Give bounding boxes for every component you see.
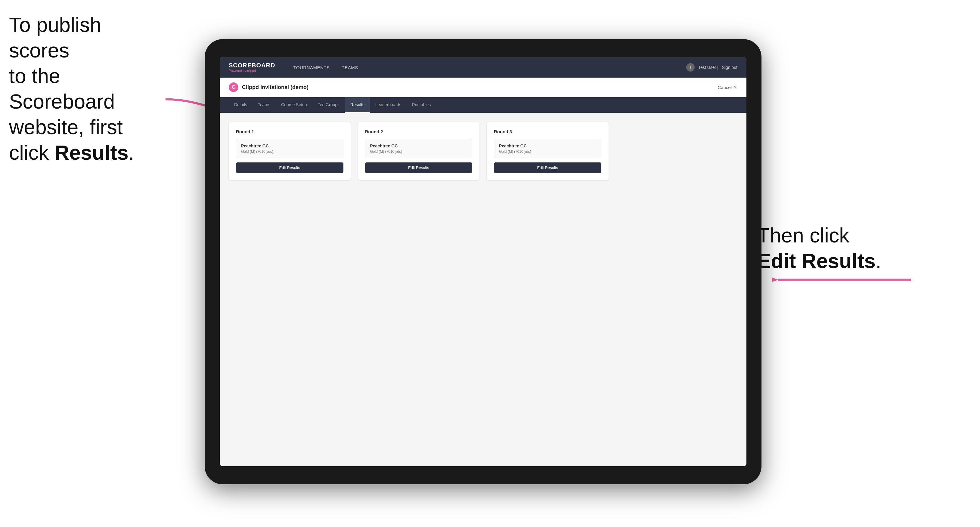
round-3-card: Round 3 Peachtree GC Gold (M) (7010 yds)…: [487, 122, 609, 180]
round-3-course-details: Gold (M) (7010 yds): [499, 149, 596, 154]
round-1-course-card: Peachtree GC Gold (M) (7010 yds): [236, 139, 344, 158]
tournament-header: C Clippd Invitational (demo) Cancel ✕: [220, 78, 746, 97]
round-2-title: Round 2: [365, 129, 473, 134]
logo-area: SCOREBOARD Powered by clippd: [229, 62, 275, 73]
tab-results[interactable]: Results: [345, 97, 370, 113]
nav-right: T Test User | Sign out: [686, 63, 737, 71]
tablet-device: SCOREBOARD Powered by clippd TOURNAMENTS…: [205, 39, 762, 484]
main-content: C Clippd Invitational (demo) Cancel ✕ De…: [220, 78, 746, 466]
top-navigation: SCOREBOARD Powered by clippd TOURNAMENTS…: [220, 57, 746, 78]
round-3-title: Round 3: [494, 129, 601, 134]
round-1-course-details: Gold (M) (7010 yds): [241, 149, 338, 154]
round-3-course-name: Peachtree GC: [499, 143, 596, 148]
round-3-course-card: Peachtree GC Gold (M) (7010 yds): [494, 139, 601, 158]
round-1-title: Round 1: [236, 129, 344, 134]
round-2-course-card: Peachtree GC Gold (M) (7010 yds): [365, 139, 473, 158]
nav-tournaments[interactable]: TOURNAMENTS: [293, 64, 329, 71]
tab-teams[interactable]: Teams: [253, 97, 276, 113]
edit-results-button-1[interactable]: Edit Results: [236, 162, 344, 173]
tab-course-setup[interactable]: Course Setup: [276, 97, 312, 113]
round-2-course-name: Peachtree GC: [370, 143, 468, 148]
tab-tee-groups[interactable]: Tee Groups: [312, 97, 345, 113]
tablet-screen: SCOREBOARD Powered by clippd TOURNAMENTS…: [220, 57, 746, 466]
round-1-course-name: Peachtree GC: [241, 143, 338, 148]
sign-out-link[interactable]: Sign out: [722, 65, 737, 70]
arrow-right-to-edit-results: [772, 262, 917, 298]
tab-printables[interactable]: Printables: [407, 97, 436, 113]
instruction-line4-prefix: click: [9, 141, 54, 164]
tab-leaderboards[interactable]: Leaderboards: [370, 97, 407, 113]
nav-links: TOURNAMENTS TEAMS: [293, 64, 686, 71]
rounds-grid: Round 1 Peachtree GC Gold (M) (7010 yds)…: [229, 122, 737, 180]
cancel-button[interactable]: Cancel ✕: [718, 84, 737, 90]
empty-slot: [616, 122, 738, 180]
logo-sub: Powered by clippd: [229, 69, 275, 73]
logo-text: SCOREBOARD: [229, 62, 275, 68]
tab-bar: Details Teams Course Setup Tee Groups Re…: [220, 97, 746, 113]
edit-results-button-3[interactable]: Edit Results: [494, 162, 601, 173]
cancel-icon: ✕: [733, 84, 737, 90]
instruction-line3: website, first: [9, 116, 123, 138]
rounds-content: Round 1 Peachtree GC Gold (M) (7010 yds)…: [220, 113, 746, 466]
round-2-card: Round 2 Peachtree GC Gold (M) (7010 yds)…: [358, 122, 480, 180]
tournament-icon: C: [229, 83, 239, 92]
user-avatar: T: [686, 63, 695, 71]
edit-results-button-2[interactable]: Edit Results: [365, 162, 473, 173]
instruction-right-line1: Then click: [757, 224, 850, 247]
tab-details[interactable]: Details: [229, 97, 253, 113]
cancel-label: Cancel: [718, 85, 732, 90]
instruction-line2: to the Scoreboard: [9, 64, 115, 113]
round-2-course-details: Gold (M) (7010 yds): [370, 149, 468, 154]
instruction-line1: To publish scores: [9, 13, 101, 62]
tournament-name: Clippd Invitational (demo): [242, 84, 718, 90]
round-1-card: Round 1 Peachtree GC Gold (M) (7010 yds)…: [229, 122, 351, 180]
nav-teams[interactable]: TEAMS: [342, 64, 358, 71]
user-label: Test User |: [698, 65, 718, 70]
